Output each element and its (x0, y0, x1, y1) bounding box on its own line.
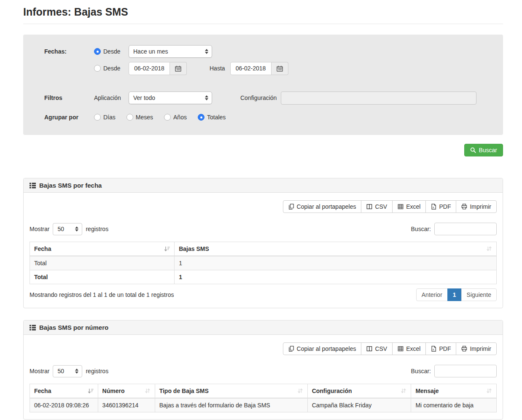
hasta-label: Hasta (210, 65, 225, 72)
table-row[interactable]: 06-02-2018 09:08:26 34601396214 Bajas a … (30, 398, 497, 412)
filtros-label: Filtros (44, 94, 94, 101)
length-select-value: 50 (57, 368, 64, 374)
svg-text:A: A (433, 206, 434, 209)
cell-bajas: 1 (175, 256, 497, 270)
hasta-calendar-button[interactable] (272, 62, 288, 75)
aplicacion-select-value: Ver todo (133, 94, 155, 101)
page-content: Informes: Bajas SMS Fechas: Desde Hace u… (23, 0, 503, 420)
cell-fecha: 06-02-2018 09:08:26 (30, 398, 98, 412)
sort-asc-icon (164, 246, 170, 252)
excel-table-icon (398, 346, 404, 352)
radio-anos[interactable]: Años (164, 114, 187, 121)
excel-button[interactable]: Excel (392, 342, 426, 355)
radio-icon[interactable] (198, 114, 204, 121)
radio-meses[interactable]: Meses (126, 114, 153, 121)
select-caret-icon (205, 49, 208, 54)
table-controls-row: Mostrar 50 registros Buscar: (30, 223, 497, 235)
table-row[interactable]: Total 1 (30, 256, 497, 270)
printer-icon (461, 346, 467, 352)
column-header-numero[interactable]: Número (98, 384, 155, 398)
csv-button[interactable]: CSV (361, 200, 393, 213)
print-button[interactable]: Imprimir (456, 342, 497, 355)
radio-icon[interactable] (94, 114, 101, 121)
fechas-label: Fechas: (44, 48, 94, 55)
column-header-fecha[interactable]: Fecha (30, 242, 175, 256)
length-select-value: 50 (57, 226, 64, 232)
column-header-mensaje[interactable]: Mensaje (411, 384, 497, 398)
desde-calendar-button[interactable] (170, 62, 187, 75)
pagination-page-1[interactable]: 1 (447, 288, 462, 301)
panel-bajas-por-numero: Bajas SMS por número Copiar al portapape… (23, 320, 503, 420)
fechas-preset-row: Fechas: Desde Hace un mes (44, 45, 482, 58)
panel-body: Copiar al portapapeles CSV Excel A PDF (24, 193, 503, 308)
calendar-icon (277, 65, 283, 72)
excel-button[interactable]: Excel (392, 200, 426, 213)
cell-fecha: Total (30, 256, 175, 270)
pdf-button-label: PDF (439, 345, 451, 352)
fechas-custom-row: Desde Hasta (44, 62, 482, 75)
length-select[interactable]: 50 (53, 223, 82, 235)
bajas-por-numero-table: Fecha Número Tipo de Baja SMS Confi (30, 384, 497, 412)
radio-icon[interactable] (126, 114, 133, 121)
pdf-button[interactable]: A PDF (425, 342, 456, 355)
print-button-label: Imprimir (470, 203, 491, 210)
select-caret-icon (75, 226, 78, 232)
table-search-input[interactable] (434, 223, 497, 235)
sort-both-icon (486, 246, 492, 252)
copy-button-label: Copiar al portapapeles (297, 203, 356, 210)
radio-icon[interactable] (94, 48, 101, 55)
print-button[interactable]: Imprimir (456, 200, 497, 213)
pagination-next[interactable]: Siguiente (461, 288, 497, 301)
radio-totales[interactable]: Totales (198, 114, 226, 121)
panel-bajas-por-fecha: Bajas SMS por fecha Copiar al portapapel… (23, 178, 503, 308)
cell-configuracion: Campaña Black Friday (307, 398, 411, 412)
page-header: Informes: Bajas SMS (23, 6, 503, 24)
radio-desde-preset[interactable]: Desde (94, 48, 129, 55)
desde-date-input[interactable] (129, 62, 170, 75)
length-label-after: registros (86, 368, 108, 374)
cell-tipo: Bajas a través del formulario de Baja SM… (155, 398, 307, 412)
export-button-group: Copiar al portapapeles CSV Excel A PDF (283, 342, 497, 355)
radio-desde-preset-label: Desde (103, 48, 120, 55)
print-button-label: Imprimir (470, 345, 491, 352)
buscar-row: Buscar (23, 144, 503, 156)
csv-button[interactable]: CSV (361, 342, 393, 355)
hasta-date-input[interactable] (230, 62, 272, 75)
panel-heading: Bajas SMS por número (24, 320, 503, 335)
filter-panel: Fechas: Desde Hace un mes Desde (23, 35, 503, 135)
export-buttons-row: Copiar al portapapeles CSV Excel A PDF (30, 200, 497, 213)
page-length-control: Mostrar 50 registros (30, 365, 108, 377)
csv-icon (366, 204, 372, 210)
column-header-bajas-sms[interactable]: Bajas SMS (175, 242, 497, 256)
copy-button[interactable]: Copiar al portapapeles (283, 342, 362, 355)
pagination-previous[interactable]: Anterior (416, 288, 448, 301)
page-title: Informes: Bajas SMS (23, 6, 503, 18)
svg-text:A: A (433, 348, 434, 351)
configuracion-input[interactable] (281, 92, 476, 105)
csv-button-label: CSV (375, 345, 387, 352)
preset-select[interactable]: Hace un mes (129, 45, 212, 58)
radio-desde-custom[interactable]: Desde (94, 65, 129, 72)
csv-icon (366, 346, 372, 352)
radio-icon[interactable] (94, 65, 101, 72)
column-header-tipo[interactable]: Tipo de Baja SMS (155, 384, 307, 398)
column-header-fecha[interactable]: Fecha (30, 384, 98, 398)
export-button-group: Copiar al portapapeles CSV Excel A PDF (283, 200, 497, 213)
buscar-button[interactable]: Buscar (464, 144, 503, 156)
cell-numero: 34601396214 (98, 398, 155, 412)
radio-anos-label: Años (173, 114, 187, 121)
calendar-icon (175, 65, 181, 72)
select-caret-icon (75, 369, 78, 374)
radio-icon[interactable] (164, 114, 171, 121)
pdf-button[interactable]: A PDF (425, 200, 456, 213)
sort-both-icon (486, 388, 492, 394)
column-header-configuracion[interactable]: Configuración (307, 384, 411, 398)
page-length-control: Mostrar 50 registros (30, 223, 108, 235)
table-search-input[interactable] (434, 365, 497, 377)
table-info: Mostrando registros del 1 al 1 de un tot… (30, 291, 174, 298)
radio-dias[interactable]: Días (94, 114, 116, 121)
length-select[interactable]: 50 (53, 365, 82, 377)
length-label-after: registros (86, 226, 108, 232)
aplicacion-select[interactable]: Ver todo (129, 92, 212, 104)
copy-button[interactable]: Copiar al portapapeles (283, 200, 362, 213)
